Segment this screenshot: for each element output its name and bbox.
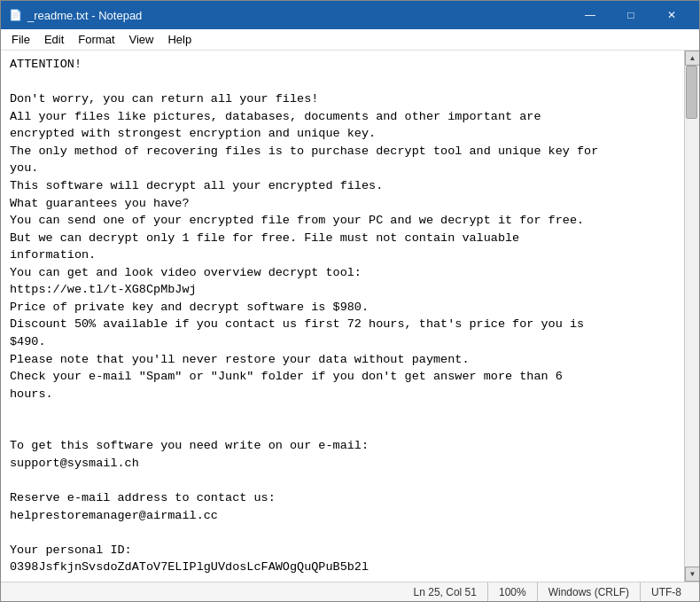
text-editor[interactable] (1, 51, 684, 582)
encoding: UTF-8 (641, 582, 692, 601)
menu-edit[interactable]: Edit (37, 31, 71, 48)
scroll-down-button[interactable]: ▼ (685, 567, 699, 582)
app-icon: 📄 (8, 8, 22, 22)
close-button[interactable]: ✕ (651, 1, 692, 29)
cursor-position: Ln 25, Col 51 (403, 582, 488, 601)
scrollbar: ▲ ▼ (684, 51, 699, 582)
status-bar: Ln 25, Col 51 100% Windows (CRLF) UTF-8 (1, 582, 699, 601)
title-bar: 📄 _readme.txt - Notepad — □ ✕ (1, 1, 699, 29)
scrollbar-thumb[interactable] (686, 66, 697, 119)
menu-help[interactable]: Help (160, 31, 198, 48)
window-controls: — □ ✕ (570, 1, 692, 29)
menu-format[interactable]: Format (71, 31, 121, 48)
zoom-level: 100% (488, 582, 538, 601)
scroll-up-button[interactable]: ▲ (685, 51, 699, 66)
scrollbar-track[interactable] (685, 66, 699, 567)
content-area: RYUK ▲ ▼ (1, 51, 699, 582)
minimize-button[interactable]: — (570, 1, 611, 29)
maximize-button[interactable]: □ (611, 1, 651, 29)
menu-file[interactable]: File (4, 31, 37, 48)
line-ending: Windows (CRLF) (538, 582, 641, 601)
title-bar-left: 📄 _readme.txt - Notepad (8, 8, 142, 22)
window-title: _readme.txt - Notepad (27, 9, 142, 22)
menu-view[interactable]: View (122, 31, 161, 48)
menu-bar: File Edit Format View Help (1, 29, 699, 51)
notepad-window: 📄 _readme.txt - Notepad — □ ✕ File Edit … (0, 0, 700, 602)
